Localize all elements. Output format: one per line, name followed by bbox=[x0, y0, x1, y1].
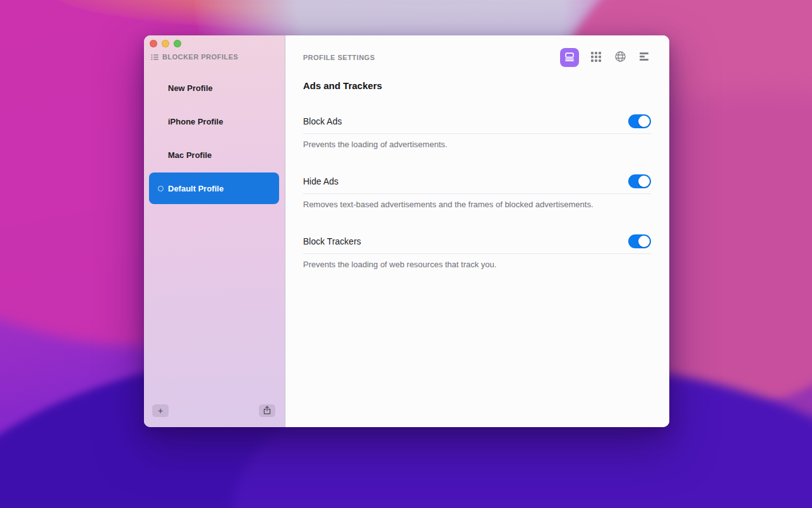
setting-description: Prevents the loading of web resources th… bbox=[303, 254, 651, 270]
setting-row: Hide Ads bbox=[303, 174, 651, 194]
share-profile-button[interactable] bbox=[259, 404, 275, 417]
grid-icon bbox=[590, 51, 602, 64]
setting-row: Block Trackers bbox=[303, 234, 651, 254]
profile-list: New Profile iPhone Profile Mac Profile D… bbox=[144, 71, 285, 205]
toggle-hide-ads[interactable] bbox=[628, 174, 651, 188]
setting-label: Block Trackers bbox=[303, 235, 361, 248]
sidebar-header: BLOCKER PROFILES bbox=[151, 53, 238, 61]
toggle-knob bbox=[638, 236, 650, 247]
section-title: Ads and Trackers bbox=[303, 80, 652, 91]
tab-rules[interactable] bbox=[637, 51, 651, 64]
profile-status-icon bbox=[158, 186, 164, 191]
globe-icon bbox=[614, 51, 626, 64]
setting-block-block-ads: Block Ads Prevents the loading of advert… bbox=[303, 114, 651, 150]
sidebar: BLOCKER PROFILES New Profile iPhone Prof… bbox=[144, 35, 285, 427]
content-header: PROFILE SETTINGS bbox=[285, 35, 669, 76]
setting-block-hide-ads: Hide Ads Removes text-based advertisemen… bbox=[303, 174, 651, 210]
setting-label: Block Ads bbox=[303, 115, 342, 128]
setting-block-block-trackers: Block Trackers Prevents the loading of w… bbox=[303, 234, 651, 270]
toggle-block-trackers[interactable] bbox=[628, 234, 651, 248]
toggle-knob bbox=[638, 116, 650, 127]
app-window: BLOCKER PROFILES New Profile iPhone Prof… bbox=[144, 35, 669, 427]
setting-description: Removes text-based advertisements and th… bbox=[303, 194, 651, 210]
window-controls bbox=[150, 40, 181, 47]
wallpaper-shape bbox=[49, 0, 617, 30]
profile-label: Default Profile bbox=[168, 184, 224, 193]
plus-icon: + bbox=[158, 406, 163, 415]
sidebar-footer: + bbox=[144, 404, 285, 417]
minimize-button[interactable] bbox=[162, 40, 169, 47]
view-toolbar bbox=[560, 48, 651, 67]
close-button[interactable] bbox=[150, 40, 157, 47]
main-content: PROFILE SETTINGS bbox=[285, 35, 669, 427]
toggle-knob bbox=[638, 176, 650, 187]
profile-label: New Profile bbox=[168, 83, 213, 93]
rules-list-icon bbox=[639, 52, 650, 63]
sidebar-title: BLOCKER PROFILES bbox=[162, 53, 238, 61]
sidebar-item-default-profile[interactable]: Default Profile bbox=[149, 172, 279, 204]
tab-web[interactable] bbox=[613, 51, 627, 64]
setting-row: Block Ads bbox=[303, 114, 651, 134]
document-icon bbox=[564, 51, 575, 64]
settings-list: Block Ads Prevents the loading of advert… bbox=[303, 114, 651, 270]
toggle-block-ads[interactable] bbox=[628, 114, 651, 128]
sidebar-item-new-profile[interactable]: New Profile bbox=[144, 71, 285, 105]
sidebar-item-mac-profile[interactable]: Mac Profile bbox=[144, 138, 285, 172]
tab-grid[interactable] bbox=[589, 51, 603, 64]
profile-label: Mac Profile bbox=[168, 150, 212, 160]
share-icon bbox=[263, 406, 271, 416]
sidebar-item-iphone-profile[interactable]: iPhone Profile bbox=[144, 105, 285, 138]
setting-label: Hide Ads bbox=[303, 175, 338, 188]
profile-label: iPhone Profile bbox=[168, 117, 223, 126]
add-profile-button[interactable]: + bbox=[152, 404, 169, 417]
setting-description: Prevents the loading of advertisements. bbox=[303, 134, 651, 150]
page-title: PROFILE SETTINGS bbox=[303, 54, 375, 61]
tab-profile-settings[interactable] bbox=[560, 48, 579, 67]
list-bullet-icon bbox=[151, 54, 158, 61]
zoom-button[interactable] bbox=[174, 40, 181, 47]
